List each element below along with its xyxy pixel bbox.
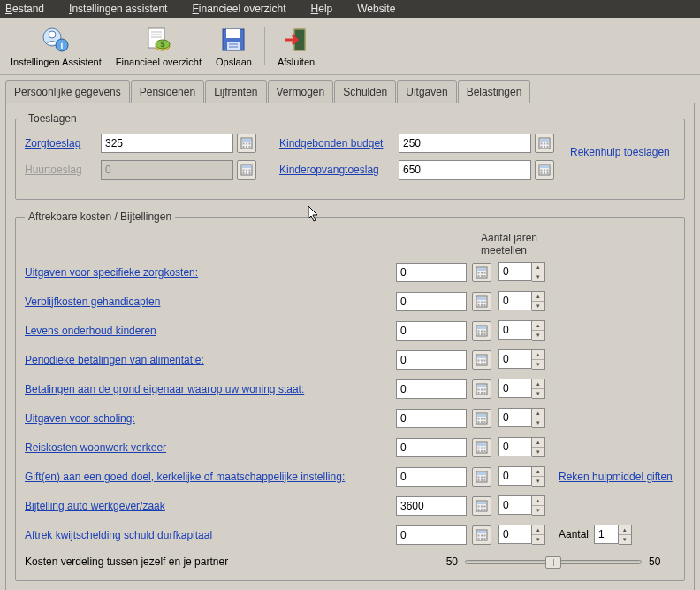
spinner-up-icon[interactable]: ▴ [532,525,544,535]
spinner-up-icon[interactable]: ▴ [619,525,631,535]
calculator-icon[interactable] [535,160,554,180]
spinner-up-icon[interactable]: ▴ [532,292,544,302]
years-spinner[interactable]: ▴▾ [498,291,546,311]
spinner-up-icon[interactable]: ▴ [532,438,544,448]
spinner-down-icon[interactable]: ▾ [532,448,544,456]
calculator-icon[interactable] [472,263,491,282]
kindgebonden-input[interactable] [399,134,531,153]
years-spinner[interactable]: ▴▾ [498,379,546,399]
menu-website[interactable]: Website [357,3,395,15]
tab-lijfrenten[interactable]: Lijfrenten [205,80,266,103]
kinderopvang-link[interactable]: Kinderopvangtoeslag [279,164,399,176]
spinner-up-icon[interactable]: ▴ [532,409,544,418]
slider-thumb[interactable] [545,556,561,569]
spinner-up-icon[interactable]: ▴ [532,496,544,506]
spinner-up-icon[interactable]: ▴ [532,321,544,331]
menu-instellingen[interactable]: Instellingen assistent [69,3,179,15]
spinner-up-icon[interactable]: ▴ [532,379,544,389]
spinner-down-icon[interactable]: ▾ [532,360,544,369]
years-input[interactable] [498,320,532,340]
spinner-down-icon[interactable]: ▾ [532,535,544,544]
tool-afsluiten[interactable]: Afsluiten [270,23,322,69]
years-input[interactable] [498,349,532,369]
deduction-amount-input[interactable] [396,379,467,399]
deduction-link[interactable]: Betalingen aan de grond eigenaar waarop … [25,383,396,395]
verdeling-slider[interactable] [465,560,642,564]
spinner-down-icon[interactable]: ▾ [532,302,544,310]
deduction-amount-input[interactable] [396,409,467,428]
deduction-link[interactable]: Levens onderhoud kinderen [25,325,396,337]
years-input[interactable] [498,408,532,427]
tab-pensioenen[interactable]: Pensioenen [131,80,204,103]
years-input[interactable] [498,525,532,544]
deduction-link[interactable]: Uitgaven voor specifieke zorgkosten: [25,266,396,279]
spinner-up-icon[interactable]: ▴ [532,467,544,477]
kindgebonden-link[interactable]: Kindgebonden budget [279,137,399,149]
deduction-amount-input[interactable] [396,350,467,370]
years-input[interactable] [498,437,532,456]
spinner-up-icon[interactable]: ▴ [532,263,544,272]
calculator-icon[interactable] [237,160,256,180]
calculator-icon[interactable] [535,134,554,153]
calculator-icon[interactable] [472,292,491,311]
tab-vermogen[interactable]: Vermogen [268,80,334,103]
calculator-icon[interactable] [472,467,491,487]
tool-opslaan[interactable]: Opslaan [209,23,259,69]
tab-uitgaven[interactable]: Uitgaven [397,80,456,103]
zorgtoeslag-link[interactable]: Zorgtoeslag [25,137,101,149]
calculator-icon[interactable] [472,350,491,370]
calculator-icon[interactable] [472,525,491,545]
years-spinner[interactable]: ▴▾ [498,466,546,487]
deduction-link[interactable]: Bijtelling auto werkgever/zaak [25,500,396,512]
deduction-link[interactable]: Periodieke betalingen van alimentatie: [25,354,396,366]
aantal-spinner[interactable]: ▴▾ [594,525,632,545]
years-input[interactable] [498,262,532,281]
spinner-down-icon[interactable]: ▾ [532,506,544,515]
deduction-link[interactable]: Uitgaven voor scholing: [25,412,396,425]
years-input[interactable] [498,466,532,486]
menu-financieel[interactable]: Financieel overzicht [192,3,298,15]
years-spinner[interactable]: ▴▾ [498,408,546,428]
years-spinner[interactable]: ▴▾ [498,437,546,457]
spinner-down-icon[interactable]: ▾ [619,535,631,544]
spinner-down-icon[interactable]: ▾ [532,331,544,340]
rekenhulp-toeslagen-link[interactable]: Rekenhulp toeslagen [570,146,670,158]
years-input[interactable] [498,379,532,398]
spinner-down-icon[interactable]: ▾ [532,389,544,398]
menu-help[interactable]: Help [311,3,346,15]
calculator-icon[interactable] [472,438,491,457]
deduction-amount-input[interactable] [396,321,467,341]
years-spinner[interactable]: ▴▾ [498,525,546,545]
deduction-link[interactable]: Aftrek kwijtschelding schuld durfkapitaa… [25,529,396,541]
tool-financieel[interactable]: $ Financieel overzicht [109,23,209,69]
calculator-icon[interactable] [472,321,491,341]
spinner-down-icon[interactable]: ▾ [532,272,544,281]
years-spinner[interactable]: ▴▾ [498,262,546,282]
calculator-icon[interactable] [472,496,491,516]
years-spinner[interactable]: ▴▾ [498,320,546,341]
calculator-icon[interactable] [237,134,256,153]
giften-link[interactable]: Reken hulpmiddel giften [559,471,675,483]
spinner-down-icon[interactable]: ▾ [532,477,544,486]
deduction-link[interactable]: Reiskosten woonwerk verkeer [25,441,396,454]
deduction-amount-input[interactable] [396,496,467,516]
tab-belastingen[interactable]: Belastingen [458,80,531,103]
deduction-link[interactable]: Gift(en) aan een goed doel, kerkelijke o… [25,471,396,483]
deduction-amount-input[interactable] [396,467,467,487]
deduction-amount-input[interactable] [396,525,467,545]
deduction-amount-input[interactable] [396,263,467,282]
calculator-icon[interactable] [472,379,491,399]
years-input[interactable] [498,291,532,310]
tool-instellingen[interactable]: i Instellingen Assistent [4,23,109,69]
menu-bestand[interactable]: Bestand [5,3,57,15]
years-spinner[interactable]: ▴▾ [498,495,546,516]
years-input[interactable] [498,495,532,515]
zorgtoeslag-input[interactable] [101,134,233,153]
calculator-icon[interactable] [472,409,491,428]
years-spinner[interactable]: ▴▾ [498,349,546,370]
spinner-down-icon[interactable]: ▾ [532,418,544,427]
spinner-up-icon[interactable]: ▴ [532,350,544,360]
kinderopvang-input[interactable] [399,160,531,180]
tab-persoonlijke[interactable]: Persoonlijke gegevens [5,80,130,103]
tab-schulden[interactable]: Schulden [334,80,396,103]
